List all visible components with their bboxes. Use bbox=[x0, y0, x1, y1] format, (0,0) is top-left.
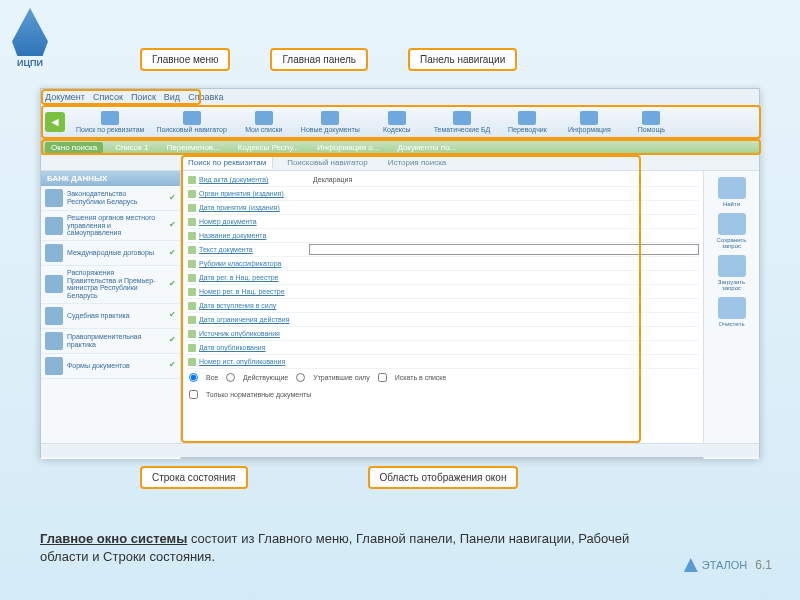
bullet-icon bbox=[188, 232, 196, 240]
menu-help[interactable]: Справка bbox=[188, 92, 223, 102]
subtab-requisites[interactable]: Поиск по реквизитам bbox=[181, 156, 273, 169]
sidebar-item-0[interactable]: Законодательство Республики Беларусь✔ bbox=[41, 186, 180, 211]
field-label[interactable]: Источник опубликования bbox=[199, 330, 309, 337]
field-label[interactable]: Дата ограничения действия bbox=[199, 316, 309, 323]
opt-active[interactable] bbox=[226, 373, 235, 382]
tab-codex[interactable]: Кодексы Респу... bbox=[232, 142, 305, 153]
sidebar-item-6[interactable]: Формы документов✔ bbox=[41, 354, 180, 379]
field-label[interactable]: Орган принятия (издания) bbox=[199, 190, 309, 197]
form-options-2: Только нормативные документы bbox=[185, 386, 699, 403]
footer-logo: ЭТАЛОН 6.1 bbox=[684, 558, 772, 572]
clear-button[interactable]: Очистить bbox=[709, 297, 755, 327]
form-options: Все Действующие Утратившие силу Искать в… bbox=[185, 369, 699, 386]
tab-rename[interactable]: Переименов... bbox=[160, 142, 225, 153]
field-label[interactable]: Дата опубликования bbox=[199, 344, 309, 351]
callout-nav-panel: Панель навигации bbox=[408, 48, 517, 71]
load-query-button[interactable]: Загрузить запрос bbox=[709, 255, 755, 291]
bullet-icon bbox=[188, 190, 196, 198]
form-row-7: Дата рег. в Нац. реестре bbox=[185, 271, 699, 285]
form-row-11: Источник опубликования bbox=[185, 327, 699, 341]
compass-icon bbox=[183, 111, 201, 125]
org-logo: ИЦПИ bbox=[12, 8, 48, 68]
field-label[interactable]: Дата принятия (издания) bbox=[199, 204, 309, 211]
check-icon: ✔ bbox=[169, 336, 176, 345]
form-row-5: Текст документа bbox=[185, 243, 699, 257]
field-label[interactable]: Номер рег. в Нац. реестре bbox=[199, 288, 309, 295]
callout-main-panel: Главная панель bbox=[270, 48, 368, 71]
bullet-icon bbox=[188, 176, 196, 184]
check-icon: ✔ bbox=[169, 361, 176, 370]
menu-document[interactable]: Документ bbox=[45, 92, 85, 102]
form-row-10: Дата ограничения действия bbox=[185, 313, 699, 327]
opt-all[interactable] bbox=[189, 373, 198, 382]
sidebar: БАНК ДАННЫХ Законодательство Республики … bbox=[41, 171, 181, 459]
folder-icon bbox=[45, 357, 63, 375]
save-query-button[interactable]: Сохранить запрос bbox=[709, 213, 755, 249]
check-icon: ✔ bbox=[169, 280, 176, 289]
slide-description: Главное окно системы состоит из Главного… bbox=[40, 530, 660, 566]
logo-text: ИЦПИ bbox=[12, 58, 48, 68]
tb-info[interactable]: Информация bbox=[559, 109, 619, 135]
form-row-3: Номер документа bbox=[185, 215, 699, 229]
opt-normative[interactable] bbox=[189, 390, 198, 399]
tab-info[interactable]: Информация о... bbox=[311, 142, 385, 153]
opt-expired[interactable] bbox=[296, 373, 305, 382]
tab-docs[interactable]: Документы по... bbox=[391, 142, 462, 153]
book-icon bbox=[388, 111, 406, 125]
sub-tabs: Поиск по реквизитам Поисковый навигатор … bbox=[41, 155, 759, 171]
folder-icon bbox=[45, 217, 63, 235]
sidebar-item-5[interactable]: Правоприменительная практика✔ bbox=[41, 329, 180, 354]
field-label[interactable]: Рубрики классификатора bbox=[199, 260, 309, 267]
field-label[interactable]: Дата вступления в силу bbox=[199, 302, 309, 309]
tab-list1[interactable]: Список 1 bbox=[109, 142, 154, 153]
field-label[interactable]: Номер ист. опубликования bbox=[199, 358, 309, 365]
form-row-2: Дата принятия (издания) bbox=[185, 201, 699, 215]
form-row-1: Орган принятия (издания) bbox=[185, 187, 699, 201]
tb-my-lists[interactable]: Мои списки bbox=[234, 109, 294, 135]
check-icon: ✔ bbox=[169, 249, 176, 258]
form-row-12: Дата опубликования bbox=[185, 341, 699, 355]
tb-search-req[interactable]: Поиск по реквизитам bbox=[71, 109, 149, 135]
menu-view[interactable]: Вид bbox=[164, 92, 180, 102]
desc-title: Главное окно системы bbox=[40, 531, 187, 546]
field-label[interactable]: Текст документа bbox=[199, 246, 309, 253]
tb-search-nav[interactable]: Поисковый навигатор bbox=[151, 109, 231, 135]
tb-new-docs[interactable]: Новые документы bbox=[296, 109, 365, 135]
search-form: Вид акта (документа)ДекларацияОрган прин… bbox=[181, 171, 703, 459]
sidebar-item-4[interactable]: Судебная практика✔ bbox=[41, 304, 180, 329]
field-label[interactable]: Дата рег. в Нац. реестре bbox=[199, 274, 309, 281]
tb-translate[interactable]: Переводчик bbox=[497, 109, 557, 135]
bullet-icon bbox=[188, 246, 196, 254]
load-icon bbox=[718, 255, 746, 277]
opt-in-list[interactable] bbox=[378, 373, 387, 382]
check-icon: ✔ bbox=[169, 221, 176, 230]
callouts-bottom: Строка состояния Область отображения око… bbox=[140, 466, 518, 489]
save-icon bbox=[718, 213, 746, 235]
tab-search-window[interactable]: Окно поиска bbox=[45, 142, 103, 153]
text-input[interactable] bbox=[309, 244, 699, 255]
form-row-0: Вид акта (документа)Декларация bbox=[185, 173, 699, 187]
menu-list[interactable]: Список bbox=[93, 92, 123, 102]
check-icon: ✔ bbox=[169, 194, 176, 203]
form-row-13: Номер ист. опубликования bbox=[185, 355, 699, 369]
tb-help[interactable]: Помощь bbox=[621, 109, 681, 135]
subtab-navigator[interactable]: Поисковый навигатор bbox=[281, 157, 373, 168]
back-button[interactable]: ◄ bbox=[45, 112, 65, 132]
form-row-6: Рубрики классификатора bbox=[185, 257, 699, 271]
field-label[interactable]: Номер документа bbox=[199, 218, 309, 225]
find-button[interactable]: Найти bbox=[709, 177, 755, 207]
main-area: БАНК ДАННЫХ Законодательство Республики … bbox=[41, 171, 759, 459]
sidebar-item-1[interactable]: Решения органов местного управления и са… bbox=[41, 211, 180, 241]
field-label[interactable]: Вид акта (документа) bbox=[199, 176, 309, 183]
bullet-icon bbox=[188, 330, 196, 338]
db-icon bbox=[453, 111, 471, 125]
sidebar-item-3[interactable]: Распоряжения Правительства и Премьер-мин… bbox=[41, 266, 180, 304]
help-icon bbox=[642, 111, 660, 125]
tb-thematic[interactable]: Тематические БД bbox=[429, 109, 496, 135]
tb-codex[interactable]: Кодексы bbox=[367, 109, 427, 135]
sidebar-header: БАНК ДАННЫХ bbox=[41, 171, 180, 186]
field-label[interactable]: Название документа bbox=[199, 232, 309, 239]
menu-search[interactable]: Поиск bbox=[131, 92, 156, 102]
subtab-history[interactable]: История поиска bbox=[382, 157, 453, 168]
sidebar-item-2[interactable]: Международные договоры✔ bbox=[41, 241, 180, 266]
